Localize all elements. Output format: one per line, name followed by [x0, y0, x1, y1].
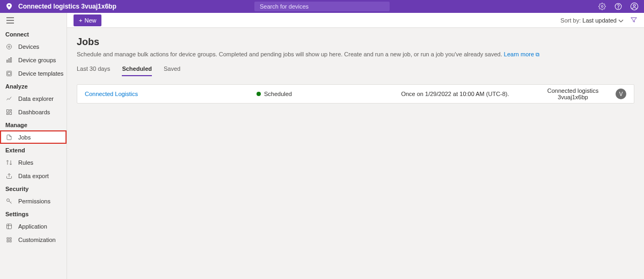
- new-button-label: New: [84, 17, 96, 24]
- chevron-down-icon: [618, 18, 624, 24]
- account-icon[interactable]: [630, 2, 639, 11]
- permissions-icon: [5, 197, 13, 205]
- sidebar-group-label: Extend: [0, 144, 67, 156]
- sidebar-item-customization[interactable]: Customization: [0, 233, 67, 246]
- svg-rect-21: [7, 240, 9, 242]
- sidebar-item-device-groups[interactable]: Device groups: [0, 53, 67, 67]
- page-description: Schedule and manage bulk actions for dev…: [77, 51, 634, 58]
- rules-icon: [5, 159, 13, 166]
- svg-rect-19: [7, 238, 9, 239]
- sidebar-item-application[interactable]: Application: [0, 219, 67, 233]
- job-status: Scheduled: [257, 91, 375, 97]
- hamburger-button[interactable]: [0, 13, 67, 28]
- sidebar-item-data-export[interactable]: Data export: [0, 169, 67, 182]
- sidebar-item-label: Jobs: [18, 134, 31, 141]
- jobs-icon: [5, 134, 13, 141]
- sidebar: ConnectDevicesDevice groupsDevice templa…: [0, 13, 67, 279]
- job-schedule: Once on 1/29/2022 at 10:00 AM (UTC-8).: [375, 91, 536, 97]
- sidebar-item-jobs[interactable]: Jobs: [0, 130, 67, 144]
- sidebar-group-label: Analyze: [0, 80, 67, 92]
- svg-rect-16: [7, 113, 9, 115]
- tabs: Last 30 daysScheduledSaved: [77, 65, 634, 77]
- page-title: Jobs: [77, 36, 634, 48]
- dashboards-icon: [5, 108, 13, 116]
- svg-rect-13: [7, 109, 9, 112]
- sort-prefix: Sort by:: [560, 17, 581, 24]
- filter-icon[interactable]: [630, 16, 638, 25]
- device-templates-icon: [5, 70, 13, 77]
- sidebar-group-label: Manage: [0, 119, 67, 130]
- svg-rect-20: [10, 238, 11, 239]
- sidebar-item-devices[interactable]: Devices: [0, 40, 67, 53]
- svg-rect-12: [8, 72, 11, 75]
- sort-value: Last updated: [582, 17, 617, 24]
- sidebar-item-label: Application: [18, 223, 47, 230]
- sidebar-item-label: Device templates: [18, 70, 63, 77]
- sidebar-item-label: Customization: [18, 237, 56, 243]
- svg-rect-14: [10, 109, 12, 111]
- sidebar-item-data-explorer[interactable]: Data explorer: [0, 92, 67, 105]
- external-link-icon: ⧉: [536, 52, 539, 57]
- svg-point-3: [618, 8, 619, 9]
- svg-rect-9: [9, 58, 10, 62]
- svg-point-6: [7, 44, 12, 49]
- sidebar-item-label: Data export: [18, 173, 49, 179]
- application-icon: [5, 223, 13, 230]
- page-body: Jobs Schedule and manage bulk actions fo…: [67, 28, 644, 110]
- svg-point-0: [8, 5, 10, 6]
- sidebar-item-label: Data explorer: [18, 96, 54, 102]
- svg-point-5: [633, 4, 635, 6]
- data-export-icon: [5, 172, 13, 180]
- app-title: Connected logistics 3vuaj1x6bp: [18, 3, 116, 10]
- new-button[interactable]: + New: [74, 14, 101, 26]
- settings-icon[interactable]: [598, 2, 606, 11]
- sidebar-item-label: Dashboards: [18, 109, 50, 115]
- job-name-link[interactable]: Connected Logistics: [85, 91, 257, 97]
- svg-rect-18: [7, 224, 12, 229]
- sidebar-group-label: Security: [0, 182, 67, 194]
- app-header: Connected logistics 3vuaj1x6bp: [0, 0, 644, 13]
- tab-last-30-days[interactable]: Last 30 days: [77, 65, 110, 76]
- sidebar-item-device-templates[interactable]: Device templates: [0, 67, 67, 80]
- location-pin-icon: [5, 3, 13, 10]
- sidebar-item-dashboards[interactable]: Dashboards: [0, 105, 67, 119]
- svg-rect-8: [7, 60, 8, 62]
- device-groups-icon: [5, 56, 13, 64]
- status-dot-icon: [257, 92, 261, 96]
- svg-point-1: [601, 5, 603, 8]
- sidebar-group-label: Settings: [0, 208, 67, 219]
- command-bar: + New Sort by: Last updated: [67, 13, 644, 28]
- svg-rect-15: [10, 112, 12, 115]
- svg-rect-11: [7, 71, 12, 76]
- sidebar-item-rules[interactable]: Rules: [0, 156, 67, 169]
- plus-icon: +: [79, 17, 82, 24]
- sidebar-item-label: Devices: [18, 43, 39, 50]
- job-row[interactable]: Connected LogisticsScheduledOnce on 1/29…: [77, 85, 634, 103]
- page-description-text: Schedule and manage bulk actions for dev…: [77, 51, 504, 57]
- svg-rect-10: [11, 57, 12, 62]
- job-owner-avatar[interactable]: V: [616, 89, 626, 99]
- sidebar-item-label: Device groups: [18, 57, 56, 63]
- data-explorer-icon: [5, 95, 13, 102]
- customization-icon: [5, 236, 13, 244]
- help-icon[interactable]: [614, 2, 623, 11]
- sort-control[interactable]: Sort by: Last updated: [560, 16, 638, 25]
- main-content: + New Sort by: Last updated Jobs Sche: [67, 13, 644, 279]
- learn-more-link[interactable]: Learn more: [504, 51, 534, 57]
- sidebar-item-label: Permissions: [18, 198, 50, 204]
- devices-icon: [5, 43, 13, 50]
- sidebar-item-permissions[interactable]: Permissions: [0, 194, 67, 208]
- search-input[interactable]: [254, 2, 390, 11]
- job-app: Connected logistics 3vuaj1x6bp: [536, 87, 610, 100]
- global-search[interactable]: [254, 2, 390, 11]
- svg-rect-22: [10, 240, 11, 242]
- header-actions: [598, 2, 639, 11]
- sidebar-item-label: Rules: [18, 159, 33, 166]
- tab-saved[interactable]: Saved: [164, 65, 180, 76]
- sidebar-group-label: Connect: [0, 28, 67, 40]
- tab-scheduled[interactable]: Scheduled: [122, 65, 152, 76]
- svg-point-7: [9, 46, 10, 47]
- jobs-list: Connected LogisticsScheduledOnce on 1/29…: [77, 84, 634, 104]
